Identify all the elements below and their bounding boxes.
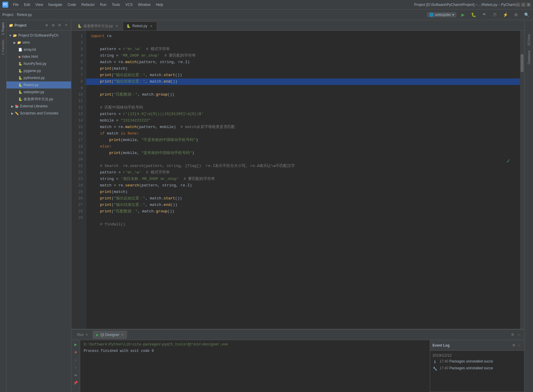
- tab-retest-label: Retest.py: [132, 24, 147, 28]
- run-config-dropdown-icon: ▾: [452, 13, 454, 17]
- tree-scratch-arrow: ▶: [11, 112, 14, 115]
- menu-edit[interactable]: Edit: [22, 2, 32, 7]
- tree-numpy-label: NumPyTest.py: [24, 62, 46, 66]
- tree-item-numpy[interactable]: 🐍 NumPyTest.py: [6, 60, 71, 67]
- run-play-button[interactable]: ▶: [73, 341, 79, 348]
- bottom-tab-run-close[interactable]: ✕: [85, 333, 88, 336]
- tree-item-venv[interactable]: ▶ 📁 venv: [6, 39, 71, 46]
- app-icon: PC: [2, 2, 8, 8]
- tree-retest-label: Retest.py: [24, 83, 39, 87]
- code-editor[interactable]: 12345 678910 1112131415 1617181920 21222…: [71, 31, 524, 329]
- scview-label[interactable]: SCView: [526, 32, 532, 48]
- tree-item-index[interactable]: ◆ index.html: [6, 53, 71, 60]
- project-vertical-tab[interactable]: 1: Project: [1, 20, 5, 37]
- tab-retest[interactable]: 🐍 Retest.py ✕: [123, 22, 157, 30]
- bottom-hide-button[interactable]: ─: [516, 332, 522, 337]
- main-layout: 1: Project 2: Favorites 📁 Project ⊕ ⊞ ⚙ …: [0, 20, 533, 392]
- tree-array-label: array.txt: [24, 47, 36, 52]
- tree-cui-icon: 🐍: [18, 97, 22, 101]
- run-button[interactable]: ▶: [459, 11, 467, 19]
- tab-retest-icon: 🐍: [126, 24, 131, 28]
- tree-item-webspider[interactable]: 🐍 webspider.py: [6, 88, 71, 96]
- bottom-settings-button[interactable]: ⚙: [510, 332, 515, 337]
- tree-numpy-icon: 🐍: [18, 62, 22, 66]
- bottom-tab-qt[interactable]: ▶ Qt Designer ✕: [93, 331, 127, 339]
- tree-item-array[interactable]: 📄 array.txt: [6, 46, 71, 53]
- settings-button[interactable]: ⚙: [512, 11, 520, 19]
- breadcrumb-project[interactable]: Project: [2, 13, 13, 17]
- concurrency-button[interactable]: ⚡: [501, 11, 509, 19]
- tab-cui[interactable]: 🐍 崔老师书中方法.py ✕: [74, 22, 123, 30]
- log-entry-1-time: 17:40: [440, 359, 448, 363]
- log-entry-1-msg: Packages uninstalled succe: [449, 359, 493, 363]
- menu-window[interactable]: Window: [136, 2, 153, 7]
- bottom-tab-qt-close[interactable]: ✕: [121, 333, 124, 336]
- editor-scrollbar[interactable]: [520, 31, 524, 329]
- code-content[interactable]: import re pattern = r'mr_\w' # 模式字符串 str…: [86, 31, 520, 329]
- event-log-settings-button[interactable]: ⚙: [511, 343, 516, 348]
- run-output-exit-line: Process finished with exit code 0: [84, 349, 426, 353]
- tree-item-cui[interactable]: 🐍 崔老师书中方法.py: [6, 96, 71, 103]
- editor-area: 🐍 崔老师书中方法.py ✕ 🐍 Retest.py ✕ 12345 67891…: [71, 20, 524, 329]
- window-title: Project [D:\Software\PyCharm\Project] – …: [414, 3, 516, 7]
- tree-item-external-libs[interactable]: ▶ 📚 External Libraries: [6, 103, 71, 110]
- tab-cui-label: 崔老师书中方法.py: [83, 24, 113, 29]
- run-pin-button[interactable]: 📌: [73, 380, 79, 386]
- tree-item-pythontest[interactable]: 🐍 pythontest.py: [6, 74, 71, 81]
- project-options-button[interactable]: ⊞: [50, 23, 56, 28]
- menu-help[interactable]: Help: [154, 2, 166, 7]
- tree-item-retest[interactable]: 🐍 Retest.py: [6, 81, 71, 88]
- tree-item-scratches[interactable]: ▶ ✏️ Scratches and Consoles: [6, 110, 71, 117]
- bottom-tab-run[interactable]: Run ✕: [74, 331, 91, 339]
- breadcrumb-file[interactable]: Retest.py: [17, 13, 32, 17]
- menu-tools[interactable]: Tools: [109, 2, 122, 7]
- menu-refactor[interactable]: Refactor: [79, 2, 97, 7]
- run-scroll-down-button[interactable]: ↓: [73, 357, 79, 363]
- menu-view[interactable]: View: [33, 2, 45, 7]
- far-left-panel: 1: Project 2: Favorites: [0, 20, 6, 392]
- editor-tab-bar: 🐍 崔老师书中方法.py ✕ 🐍 Retest.py ✕: [71, 20, 524, 31]
- tab-cui-icon: 🐍: [78, 24, 82, 28]
- tree-item-pygame[interactable]: 🐍 pygame.py: [6, 67, 71, 74]
- project-folder-icon: 📁: [9, 23, 13, 27]
- tree-root[interactable]: ▼ 📂 Project D:\Software\PyCh: [6, 32, 71, 39]
- debug-button[interactable]: 🐛: [469, 11, 478, 19]
- run-toolbar: ▶ ■ ↓ ↑ ⇌ 📌: [71, 340, 80, 392]
- run-output-path: D:\Software\Python\Lib\site-packages\pyq…: [84, 342, 228, 347]
- tree-root-label: Project D:\Software\PyCh: [18, 33, 58, 37]
- menu-run[interactable]: Run: [98, 2, 109, 7]
- tree-ext-arrow: ▶: [11, 105, 14, 108]
- close-button[interactable]: ✕: [527, 3, 531, 7]
- file-check-indicator: ✓: [506, 158, 511, 164]
- favorites-vertical-tab[interactable]: 2: Favorites: [1, 37, 5, 57]
- project-add-button[interactable]: ⊕: [44, 23, 49, 28]
- menu-vcs[interactable]: VCS: [123, 2, 135, 7]
- log-date: 2019/12/12: [432, 353, 452, 357]
- search-everywhere-button[interactable]: 🔍: [522, 11, 531, 19]
- editor-scrollbar-thumb[interactable]: [521, 54, 524, 72]
- tree-cui-label: 崔老师书中方法.py: [24, 97, 53, 102]
- menu-file[interactable]: File: [11, 2, 21, 7]
- event-log-hide-button[interactable]: ─: [516, 343, 522, 348]
- tab-cui-close[interactable]: ✕: [115, 24, 119, 28]
- run-scroll-up-button[interactable]: ↑: [73, 364, 79, 371]
- menu-code[interactable]: Code: [65, 2, 78, 7]
- coverage-button[interactable]: ☂: [480, 11, 488, 19]
- profile-button[interactable]: ⏱: [491, 11, 499, 19]
- run-output-exit: Process finished with exit code 0: [84, 349, 154, 353]
- bottom-panel-controls: ⚙ ─: [510, 332, 522, 337]
- tab-retest-close[interactable]: ✕: [149, 24, 153, 28]
- project-hide-button[interactable]: ✕: [63, 23, 69, 28]
- minimize-button[interactable]: ─: [516, 3, 520, 7]
- menu-navigate[interactable]: Navigate: [46, 2, 65, 7]
- maximize-button[interactable]: □: [521, 3, 525, 7]
- project-tree: ▼ 📂 Project D:\Software\PyCh ▶ 📁 venv 📄 …: [6, 31, 71, 392]
- database-label[interactable]: Database: [526, 48, 532, 67]
- bottom-tab-bar: Run ✕ ▶ Qt Designer ✕ ⚙ ─: [71, 329, 524, 340]
- run-config-selector[interactable]: 🌐 webspider ▾: [427, 12, 456, 17]
- project-settings-button[interactable]: ⚙: [57, 23, 62, 28]
- log-entry-2-text: 17:40 Packages uninstalled succe: [440, 366, 493, 370]
- tree-pygame-icon: 🐍: [18, 69, 22, 73]
- run-stop-button[interactable]: ■: [73, 349, 79, 355]
- run-wrap-button[interactable]: ⇌: [73, 372, 79, 378]
